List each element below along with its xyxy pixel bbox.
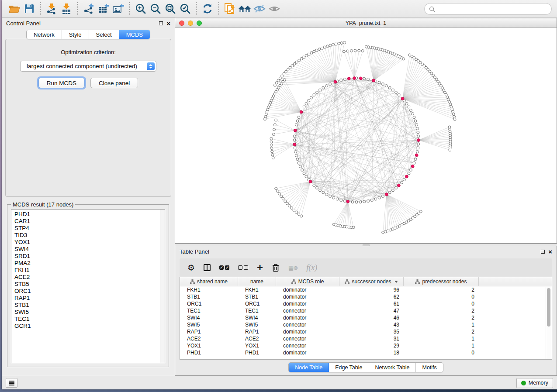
network-node[interactable] [279,77,281,79]
result-node-item[interactable]: STB1 [14,302,165,309]
network-node[interactable] [272,133,275,136]
tab-select[interactable]: Select [89,30,119,39]
network-node[interactable] [300,215,303,217]
network-node[interactable] [293,135,296,138]
network-node[interactable] [335,43,337,45]
search-input[interactable] [435,6,551,12]
network-hub-node[interactable] [385,193,388,196]
table-row[interactable]: STB1STB1dominator620 [180,293,552,300]
network-node[interactable] [391,89,394,91]
close-panel-icon[interactable]: × [548,250,552,254]
network-hub-node[interactable] [372,79,375,82]
optimization-criterion-select[interactable]: largest connected component (undirected) [20,61,156,72]
tab-node-table[interactable]: Node Table [289,363,329,372]
network-node[interactable] [300,58,303,60]
task-history-button[interactable] [6,378,17,388]
network-node[interactable] [336,198,339,200]
network-node[interactable] [305,54,308,57]
tab-edge-table[interactable]: Edge Table [329,363,369,372]
network-node[interactable] [298,213,300,216]
network-node[interactable] [291,207,293,210]
result-node-item[interactable]: SRD1 [14,253,165,260]
home-icon[interactable] [237,2,252,15]
network-node[interactable] [318,48,321,51]
import-network-icon[interactable] [44,2,59,15]
network-node[interactable] [325,85,328,87]
save-icon[interactable] [22,2,37,15]
network-node[interactable] [273,84,276,86]
network-node[interactable] [301,168,304,171]
network-node[interactable] [370,199,373,202]
network-node[interactable] [401,181,403,184]
network-node[interactable] [322,191,325,194]
network-node[interactable] [411,113,414,115]
result-node-item[interactable]: TID3 [14,232,165,239]
table-row[interactable]: SWI5SWI5connector431 [180,321,552,328]
network-node[interactable] [293,209,295,211]
network-node[interactable] [385,85,387,87]
network-node[interactable] [388,86,391,89]
column-header-predecessor-nodes[interactable]: predecessor nodes [404,277,479,286]
network-hub-node[interactable] [293,143,296,146]
network-node[interactable] [270,141,273,143]
network-node[interactable] [272,157,274,159]
network-node[interactable] [329,195,332,197]
close-panel-icon[interactable]: × [166,21,170,26]
network-hub-node[interactable] [294,129,297,132]
network-node[interactable] [275,187,277,190]
network-node[interactable] [408,106,410,108]
network-node[interactable] [326,45,329,48]
network-node[interactable] [343,78,346,81]
network-node[interactable] [321,47,323,49]
column-header-successor-nodes[interactable]: successor nodes [339,277,404,286]
result-node-item[interactable]: ORC1 [14,288,165,295]
network-node[interactable] [270,144,273,146]
network-node[interactable] [384,230,387,233]
network-node[interactable] [398,93,400,96]
network-node[interactable] [378,196,381,199]
network-node[interactable] [310,96,312,99]
network-node[interactable] [417,147,419,149]
result-node-item[interactable]: YOX1 [14,239,165,246]
network-node[interactable] [365,45,367,48]
network-hub-node[interactable] [411,165,414,168]
network-node[interactable] [409,168,412,171]
table-row[interactable]: RAP1RAP1dominator352 [180,328,552,335]
tab-motifs[interactable]: Motifs [416,363,443,372]
network-node[interactable] [351,201,354,203]
network-node[interactable] [367,78,370,81]
table-row[interactable]: ORC1ORC1dominator610 [180,300,552,307]
network-node[interactable] [337,42,340,45]
table-row[interactable]: FKH1FKH1dominator962 [180,286,552,293]
network-hub-node[interactable] [300,110,303,113]
result-node-item[interactable]: STP4 [14,225,165,232]
network-node[interactable] [363,77,366,80]
network-node[interactable] [313,184,315,187]
scrollbar-thumb[interactable] [547,288,550,327]
network-hub-node[interactable] [334,80,337,83]
import-table-icon[interactable] [59,2,74,15]
add-column-icon[interactable]: + [257,263,263,272]
node-table[interactable]: shared namenameMCDS rolesuccessor nodesp… [180,277,552,360]
network-node[interactable] [352,226,355,229]
refresh-icon[interactable] [200,2,215,15]
network-node[interactable] [367,199,370,202]
network-node[interactable] [408,172,410,175]
network-node[interactable] [451,108,453,110]
table-row[interactable]: TEC1TEC1connector472 [180,307,552,314]
network-node[interactable] [273,128,276,131]
network-canvas[interactable] [175,28,557,243]
network-hub-node[interactable] [360,77,363,80]
export-network-icon[interactable] [81,2,96,15]
network-node[interactable] [381,83,384,86]
search-field[interactable] [424,3,552,15]
network-node[interactable] [374,198,377,200]
network-node[interactable] [449,103,452,106]
horizontal-splitter[interactable] [175,244,557,246]
network-node[interactable] [313,50,315,53]
network-hub-node[interactable] [353,77,356,80]
network-node[interactable] [315,91,318,94]
network-node[interactable] [319,189,322,192]
network-node[interactable] [295,124,298,126]
network-node[interactable] [275,82,278,84]
